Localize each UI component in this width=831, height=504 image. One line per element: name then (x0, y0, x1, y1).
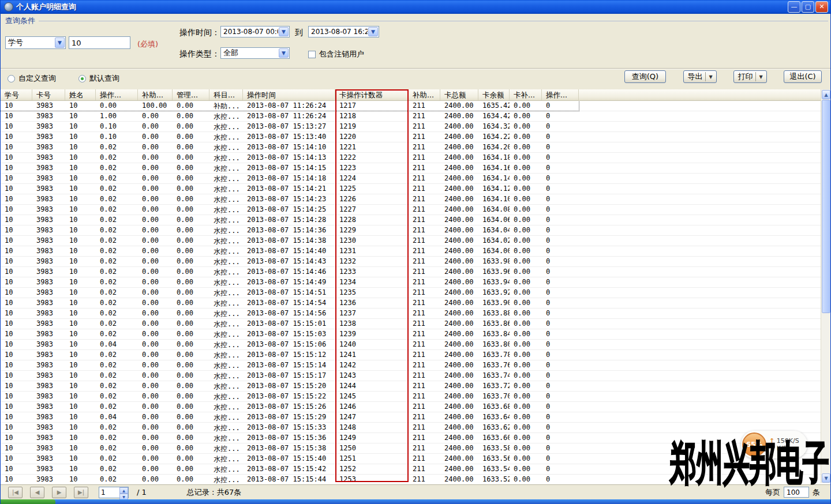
scrollbar-thumb[interactable] (822, 100, 830, 313)
column-header[interactable]: 学号 (1, 89, 32, 100)
column-header[interactable]: 科目... (209, 89, 243, 100)
page-number-stepper[interactable]: ▲ ▼ (99, 487, 129, 498)
column-header[interactable]: 操作时间 (243, 89, 335, 100)
column-header[interactable]: 补助... (138, 89, 173, 100)
column-header[interactable]: 操作... (96, 89, 138, 100)
table-row[interactable]: 103983100.020.000.00水控...2013-08-07 15:1… (1, 454, 821, 464)
table-row[interactable]: 103983100.020.000.00水控...2013-08-07 15:1… (1, 225, 821, 236)
column-header[interactable]: 卡号 (32, 89, 65, 100)
column-header[interactable]: 卡操作计数器 (335, 89, 409, 100)
table-row[interactable]: 103983100.020.000.00水控...2013-08-07 15:1… (1, 184, 821, 194)
table-row[interactable]: 103983100.020.000.00水控...2013-08-07 15:1… (1, 194, 821, 205)
chevron-down-icon[interactable]: ▼ (279, 48, 289, 58)
table-cell: 0.00 (510, 443, 542, 453)
first-page-button[interactable]: |◀ (8, 487, 23, 498)
table-row[interactable]: 103983101.000.000.00水控...2013-08-07 11:2… (1, 111, 821, 122)
radio-icon[interactable] (8, 75, 15, 82)
column-header[interactable]: 补助... (409, 89, 440, 100)
table-row[interactable]: 103983100.020.000.00水控...2013-08-07 15:1… (1, 267, 821, 277)
chevron-down-icon[interactable]: ▼ (368, 27, 378, 36)
prev-page-button[interactable]: ◀ (30, 487, 44, 498)
table-row[interactable]: 103983100.020.000.00水控...2013-08-07 15:1… (1, 215, 821, 225)
last-page-button[interactable]: ▶| (74, 487, 88, 498)
time-to-select[interactable]: 2013-08-07 16:21 ▼ (308, 26, 379, 37)
table-row[interactable]: 103983100.020.000.00水控...2013-08-07 15:1… (1, 392, 821, 402)
table-row[interactable]: 103983100.020.000.00水控...2013-08-07 15:1… (1, 257, 821, 267)
table-row[interactable]: 103983100.020.000.00水控...2013-08-07 15:1… (1, 371, 821, 381)
table-row[interactable]: 103983100.020.000.00水控...2013-08-07 15:1… (1, 205, 821, 215)
chevron-down-icon[interactable]: ▼ (279, 27, 289, 36)
table-row[interactable]: 103983100.020.000.00水控...2013-08-07 15:1… (1, 423, 821, 433)
radio-custom-query[interactable]: 自定义查询 (8, 73, 56, 84)
radio-default-query[interactable]: 默认查询 (78, 73, 119, 84)
table-row[interactable]: 103983100.020.000.00水控...2013-08-07 15:1… (1, 319, 821, 329)
per-page-input[interactable] (784, 487, 809, 498)
page-number-input[interactable] (99, 487, 119, 498)
include-cancelled-checkbox[interactable]: 包含注销用户 (308, 49, 364, 59)
start-button-edge[interactable] (1, 499, 55, 504)
stepper-down-icon[interactable]: ▼ (119, 494, 128, 500)
table-cell: 10 (65, 371, 96, 381)
column-header[interactable]: 姓名 (65, 89, 96, 100)
table-cell: 2013-08-07 15:15:14 (243, 360, 335, 370)
checkbox-icon[interactable] (308, 51, 316, 58)
operation-type-select[interactable]: 全部 ▼ (220, 47, 290, 59)
table-row[interactable]: 103983100.020.000.00水控...2013-08-07 15:1… (1, 277, 821, 288)
scroll-up-icon[interactable]: ▲ (822, 90, 830, 99)
close-button[interactable]: ✕ (815, 1, 828, 13)
export-button[interactable]: 导出 ▼ (683, 70, 717, 83)
table-row[interactable]: 103983100.020.000.00水控...2013-08-07 15:1… (1, 174, 821, 184)
table-cell: 211 (409, 236, 440, 246)
vertical-scrollbar[interactable]: ▲ ▼ (821, 89, 830, 483)
minimize-button[interactable]: — (788, 1, 800, 13)
table-row[interactable]: 103983100.100.000.00水控...2013-08-07 15:1… (1, 122, 821, 132)
table-cell: 2400.00 (440, 402, 478, 412)
table-row[interactable]: 103983100.020.000.00水控...2013-08-07 15:1… (1, 329, 821, 340)
table-row[interactable]: 103983100.040.000.00水控...2013-08-07 15:1… (1, 412, 821, 423)
table-row[interactable]: 103983100.020.000.00水控...2013-08-07 15:1… (1, 236, 821, 246)
table-row[interactable]: 103983100.100.000.00水控...2013-08-07 15:1… (1, 132, 821, 142)
table-row[interactable]: 103983100.020.000.00水控...2013-08-07 15:1… (1, 142, 821, 153)
maximize-button[interactable]: ▢ (802, 1, 814, 13)
table-cell: 0.00 (510, 267, 542, 277)
chevron-down-icon[interactable]: ▼ (709, 74, 712, 80)
scroll-down-icon[interactable]: ▼ (822, 473, 830, 483)
stepper-up-icon[interactable]: ▲ (119, 487, 128, 494)
table-row[interactable]: 103983100.020.000.00水控...2013-08-07 15:1… (1, 309, 821, 319)
column-header[interactable]: 卡总额 (440, 89, 478, 100)
table-row[interactable]: 103983100.020.000.00水控...2013-08-07 15:1… (1, 246, 821, 257)
net-speed-indicator[interactable]: 65% ↑ 150K/S ↓ K/S (741, 431, 807, 458)
radio-icon[interactable] (78, 75, 86, 82)
table-row[interactable]: 103983100.020.000.00水控...2013-08-07 15:1… (1, 298, 821, 309)
chevron-down-icon[interactable]: ▼ (55, 37, 65, 48)
print-button[interactable]: 打印 ▼ (733, 70, 767, 83)
table-row[interactable]: 103983100.020.000.00水控...2013-08-07 15:1… (1, 433, 821, 443)
group-divider (39, 21, 828, 21)
exit-button[interactable]: 退出(C) (784, 70, 822, 83)
column-header[interactable]: 管理... (173, 89, 209, 100)
time-from-select[interactable]: 2013-08-07 00:00 ▼ (220, 26, 290, 37)
column-header[interactable]: 卡补... (510, 89, 542, 100)
type-label: 操作类型： (179, 49, 220, 59)
table-row[interactable]: 103983100.020.000.00水控...2013-08-07 15:1… (1, 153, 821, 163)
table-row[interactable]: 103983100.040.000.00水控...2013-08-07 15:1… (1, 340, 821, 350)
next-page-button[interactable]: ▶ (52, 487, 66, 498)
table-row[interactable]: 103983100.020.000.00水控...2013-08-07 15:1… (1, 475, 821, 484)
table-row[interactable]: 103983100.020.000.00水控...2013-08-07 15:1… (1, 163, 821, 174)
query-button[interactable]: 查询(Q) (624, 70, 666, 83)
table-row[interactable]: 103983100.020.000.00水控...2013-08-07 15:1… (1, 350, 821, 360)
field-value-input[interactable] (69, 36, 130, 49)
column-header[interactable]: 操作... (542, 89, 579, 100)
table-row[interactable]: 103983100.020.000.00水控...2013-08-07 15:1… (1, 464, 821, 475)
field-type-select[interactable]: 学号 ▼ (5, 36, 66, 49)
table-row[interactable]: 103983100.020.000.00水控...2013-08-07 15:1… (1, 288, 821, 298)
table-cell: 0.02 (96, 225, 138, 235)
table-cell: 2400.00 (440, 225, 478, 235)
table-row[interactable]: 103983100.020.000.00水控...2013-08-07 15:1… (1, 360, 821, 371)
table-row[interactable]: 103983100.020.000.00水控...2013-08-07 15:1… (1, 402, 821, 412)
column-header[interactable]: 卡余额 (478, 89, 510, 100)
table-row[interactable]: 103983100.00100.000.00补助...2013-08-07 11… (1, 101, 821, 111)
table-row[interactable]: 103983100.020.000.00水控...2013-08-07 15:1… (1, 381, 821, 392)
chevron-down-icon[interactable]: ▼ (759, 74, 762, 80)
table-row[interactable]: 103983100.020.000.00水控...2013-08-07 15:1… (1, 443, 821, 454)
